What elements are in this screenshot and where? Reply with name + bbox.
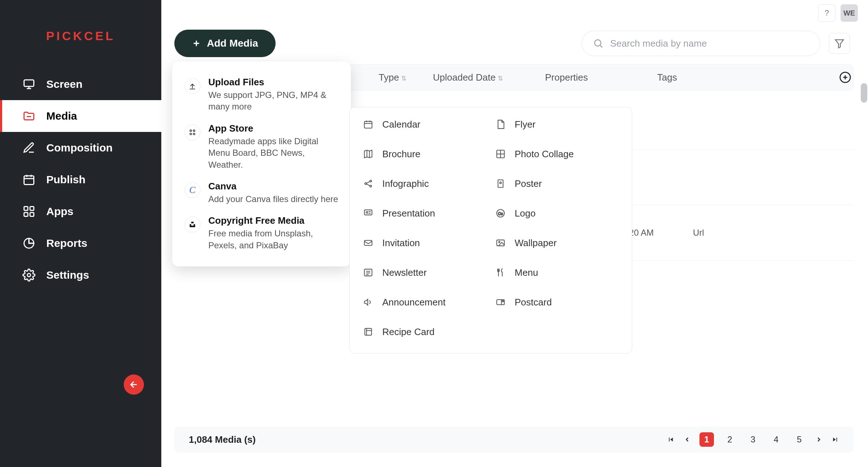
svg-rect-10 <box>24 213 28 217</box>
canva-template-poster[interactable]: Poster <box>494 177 620 190</box>
svg-point-29 <box>190 133 192 135</box>
svg-point-16 <box>595 40 601 46</box>
canva-template-flyer[interactable]: Flyer <box>494 118 620 130</box>
canva-template-label: Invitation <box>382 237 420 249</box>
page-1-button[interactable]: 1 <box>699 432 714 447</box>
sidebar-item-label: Reports <box>46 237 87 249</box>
column-type[interactable]: Type⇅ <box>379 72 407 83</box>
column-tags: Tags <box>657 72 677 83</box>
canva-templates-menu: Calendar Flyer Brochure Photo Collage In… <box>349 107 632 354</box>
svg-point-30 <box>193 133 195 135</box>
search-box[interactable] <box>582 31 820 56</box>
sidebar-item-screen[interactable]: Screen <box>0 68 161 100</box>
menu-item-title: Canva <box>208 181 338 192</box>
help-button[interactable]: ? <box>818 4 835 22</box>
svg-marker-18 <box>835 40 844 48</box>
canva-template-wallpaper[interactable]: Wallpaper <box>494 237 620 249</box>
svg-line-17 <box>600 46 602 47</box>
grid-icon <box>22 204 36 219</box>
postcard-icon <box>494 296 507 308</box>
pagination: 1 2 3 4 5 <box>667 432 839 447</box>
canva-template-postcard[interactable]: Postcard <box>494 296 620 308</box>
chevron-right-icon <box>815 436 822 443</box>
scrollbar-thumb[interactable] <box>861 83 867 103</box>
canva-template-label: Newsletter <box>382 267 427 278</box>
canva-template-label: Flyer <box>515 119 536 130</box>
canva-template-announcement[interactable]: Announcement <box>362 296 487 308</box>
filter-button[interactable] <box>829 33 850 54</box>
column-properties: Properties <box>545 72 588 83</box>
media-property: Url <box>693 228 704 238</box>
gear-icon <box>22 268 36 282</box>
sidebar: PICKCEL Screen Media Composition Publish <box>0 0 161 467</box>
sidebar-item-publish[interactable]: Publish <box>0 164 161 196</box>
canva-template-presentation[interactable]: Presentation <box>362 207 487 219</box>
invitation-icon <box>362 237 374 249</box>
canva-template-calendar[interactable]: Calendar <box>362 118 487 130</box>
page-2-button[interactable]: 2 <box>723 432 737 447</box>
canva-template-label: Poster <box>515 178 542 189</box>
canva-template-newsletter[interactable]: Newsletter <box>362 266 487 279</box>
plus-icon <box>192 39 201 48</box>
sidebar-item-label: Apps <box>46 205 73 218</box>
canva-template-label: Menu <box>515 267 538 278</box>
search-input[interactable] <box>610 38 809 49</box>
folder-icon <box>22 109 36 123</box>
sidebar-item-composition[interactable]: Composition <box>0 132 161 164</box>
canva-template-brochure[interactable]: Brochure <box>362 148 487 160</box>
menu-item-upload-files[interactable]: Upload Files We support JPG, PNG, MP4 & … <box>183 72 340 118</box>
add-media-button[interactable]: Add Media <box>174 30 276 57</box>
collapse-sidebar-button[interactable] <box>124 374 144 395</box>
menu-item-desc: Readymade apps like Digital Menu Board, … <box>208 136 339 171</box>
svg-text:Co: Co <box>498 211 503 216</box>
first-page-button[interactable] <box>667 436 675 444</box>
brand-logo: PICKCEL <box>46 29 115 43</box>
flyer-icon <box>494 118 507 130</box>
poster-icon <box>494 177 507 190</box>
canva-template-label: Presentation <box>382 208 435 219</box>
svg-line-44 <box>366 184 370 186</box>
footer: 1,084 Media (s) 1 2 3 4 5 <box>174 427 854 453</box>
svg-point-40 <box>365 183 367 185</box>
prev-page-button[interactable] <box>684 436 691 443</box>
newsletter-icon <box>362 266 374 279</box>
sidebar-item-apps[interactable]: Apps <box>0 196 161 227</box>
last-page-button[interactable] <box>831 436 839 444</box>
page-5-button[interactable]: 5 <box>792 432 807 447</box>
page-3-button[interactable]: 3 <box>746 432 760 447</box>
sidebar-item-settings[interactable]: Settings <box>0 259 161 291</box>
toolbar: Add Media <box>161 26 868 64</box>
next-page-button[interactable] <box>815 436 822 443</box>
svg-point-42 <box>370 185 372 187</box>
user-avatar[interactable]: WE <box>841 4 858 22</box>
funnel-icon <box>834 38 845 49</box>
upload-icon <box>184 78 200 94</box>
add-column-button[interactable] <box>837 69 853 85</box>
canva-template-label: Brochure <box>382 149 421 160</box>
sort-icon: ⇅ <box>498 75 503 82</box>
canva-template-photo-collage[interactable]: Photo Collage <box>494 148 620 160</box>
sidebar-item-label: Media <box>46 110 77 122</box>
menu-item-title: Copyright Free Media <box>208 215 339 226</box>
menu-item-canva[interactable]: C Canva Add your Canva files directly he… <box>183 176 340 210</box>
menu-item-title: App Store <box>208 123 339 134</box>
sidebar-item-reports[interactable]: Reports <box>0 227 161 259</box>
svg-rect-31 <box>365 121 372 128</box>
canva-template-recipe-card[interactable]: Recipe Card <box>362 326 487 338</box>
page-4-button[interactable]: 4 <box>769 432 783 447</box>
canva-template-menu[interactable]: Menu <box>494 266 620 279</box>
canva-template-label: Infographic <box>382 178 429 189</box>
svg-rect-53 <box>365 240 372 245</box>
apps-icon <box>184 124 200 140</box>
menu-item-app-store[interactable]: App Store Readymade apps like Digital Me… <box>183 118 340 176</box>
canva-template-infographic[interactable]: Infographic <box>362 177 487 190</box>
sidebar-item-media[interactable]: Media <box>0 100 161 132</box>
canva-template-logo[interactable]: Co Logo <box>494 207 620 219</box>
column-uploaded-date[interactable]: Uploaded Date⇅ <box>433 72 503 83</box>
canva-template-invitation[interactable]: Invitation <box>362 237 487 249</box>
canva-template-label: Wallpaper <box>515 237 557 249</box>
wallpaper-icon <box>494 237 507 249</box>
search-wrap <box>582 31 850 56</box>
canva-template-label: Photo Collage <box>515 149 574 160</box>
menu-item-copyright-free[interactable]: Copyright Free Media Free media from Uns… <box>183 210 340 256</box>
